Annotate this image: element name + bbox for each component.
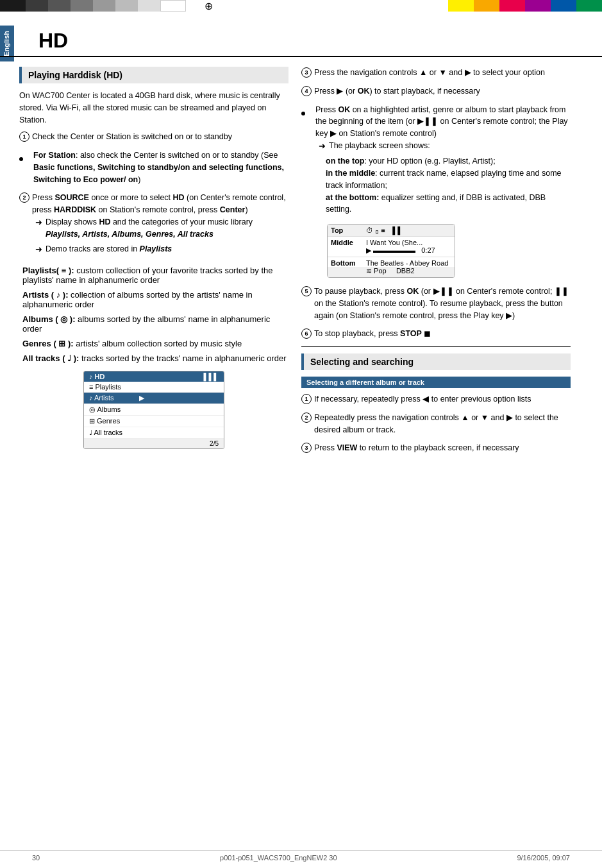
selecting-item-number-1: 1	[301, 394, 312, 404]
playing-hd-header: Playing Harddisk (HD)	[19, 67, 288, 83]
arrow-note: ➜ Display shows HD and the categories of…	[32, 216, 288, 241]
top-label: Top	[331, 226, 366, 234]
hd-artists-row: ♪ Artists ▶	[84, 393, 224, 404]
item-number-3: 3	[301, 67, 312, 78]
bullet-dot	[19, 157, 23, 161]
selecting-header: Selecting and searching	[301, 353, 571, 370]
bottom-eq: ≋ Pop DBB2	[366, 267, 451, 275]
hd-signal: ▌▌▌	[204, 373, 219, 380]
footer-page-number: 30	[32, 854, 40, 862]
page-container: ⊕ English HD Playing Harddisk (HD) On WA…	[0, 0, 602, 868]
item-content-4: Press ▶ (or OK) to start playback, if ne…	[314, 85, 571, 98]
list-item: 6 To stop playback, press STOP ◼	[301, 328, 571, 340]
screen-middle-row: ▶ ▬▬▬▬▬▬ 0:27	[328, 246, 455, 257]
screen-bottom-title: Bottom The Beatles - Abbey Road	[328, 257, 455, 267]
hd-alltracks-row: ♩ All tracks	[84, 427, 224, 439]
hd-albums-row: ◎ Albums	[84, 404, 224, 416]
main-content: Playing Harddisk (HD) On WAC700 Center i…	[0, 67, 602, 461]
left-column: Playing Harddisk (HD) On WAC700 Center i…	[19, 67, 288, 461]
arrow-symbol: ➜	[35, 243, 46, 256]
arrow-symbol: ➜	[35, 216, 46, 229]
selecting-item-content-2: Repeatedly press the navigation controls…	[314, 412, 571, 436]
selecting-item-number-3: 3	[301, 443, 312, 453]
top-content: ⏱ ◻ ▦ ▌▌	[366, 226, 451, 234]
item-content-3: Press the navigation controls ▲ or ▼ and…	[314, 67, 571, 79]
page-footer: 30 p001-p051_WACS700_EngNEW2 30 9/16/200…	[0, 850, 602, 862]
item-number-5: 5	[301, 286, 312, 296]
item-content-2: Press SOURCE once or more to select HD (…	[32, 192, 288, 259]
screen-bottom-row: ≋ Pop DBB2	[328, 267, 455, 277]
selecting-item-number-2: 2	[301, 413, 312, 423]
playback-info: on the top: your HD option (e.g. Playlis…	[326, 155, 571, 216]
hd-screen-footer: 2/5	[84, 439, 224, 448]
bottom-label: Bottom	[331, 259, 366, 267]
bottom-track-name: The Beatles - Abbey Road	[366, 259, 451, 267]
hd-playlists-row: ≡ Playlists	[84, 382, 224, 393]
item-number-4: 4	[301, 86, 312, 96]
top-color-bar: ⊕	[0, 0, 602, 12]
page-title: HD	[38, 29, 564, 53]
screen-middle-title: Middle I Want You (She...	[328, 237, 455, 246]
playback-screen-mockup: Top ⏱ ◻ ▦ ▌▌ Middle I Want You (She... ▶…	[327, 224, 455, 278]
list-item: 2 Repeatedly press the navigation contro…	[301, 412, 571, 436]
artists-desc: Artists ( ♪ ): collection of albums sort…	[22, 290, 288, 309]
selecting-item-content-3: Press VIEW to return to the playback scr…	[314, 442, 571, 454]
list-item: 4 Press ▶ (or OK) to start playback, if …	[301, 85, 571, 98]
arrow-note: ➜ Demo tracks are stored in Playlists	[32, 243, 288, 256]
item-number-2: 2	[19, 192, 29, 203]
middle-playbar: ▶ ▬▬▬▬▬▬ 0:27	[366, 246, 451, 255]
genres-desc: Genres ( ⊞ ): artists' album collection …	[22, 339, 288, 348]
item-number-6: 6	[301, 328, 312, 339]
list-item: 3 Press VIEW to return to the playback s…	[301, 442, 571, 454]
list-item: 2 Press SOURCE once or more to select HD…	[19, 192, 288, 259]
middle-track: I Want You (She...	[366, 239, 451, 246]
hd-genres-row: ⊞ Genres	[84, 416, 224, 427]
list-item: For Station: also check the Center is sw…	[19, 149, 288, 185]
middle-label: Middle	[331, 239, 366, 246]
list-item: Press OK on a highlighted artist, genre …	[301, 104, 571, 218]
intro-text: On WAC700 Center is located a 40GB hard …	[19, 90, 288, 126]
hd-screen-mockup: ♪ HD ▌▌▌ ≡ Playlists ♪ Artists ▶ ◎ Album…	[83, 371, 224, 449]
footer-date: 9/16/2005, 09:07	[517, 854, 570, 862]
arrow-symbol: ➜	[319, 140, 329, 153]
item-content-1: Check the Center or Station is switched …	[32, 131, 288, 143]
hd-title-left: ♪ HD	[89, 373, 105, 380]
list-item: 5 To pause playback, press OK (or ▶❚❚ on…	[301, 285, 571, 321]
list-item: 3 Press the navigation controls ▲ or ▼ a…	[301, 67, 571, 79]
page-header: HD	[0, 13, 602, 57]
bullet-dot	[301, 112, 305, 115]
arrow-note: ➜ The playback screen shows:	[315, 140, 571, 153]
hd-screen-title: ♪ HD ▌▌▌	[84, 371, 224, 382]
item-content-6: To stop playback, press STOP ◼	[314, 328, 571, 340]
playlists-desc: Playlists( ≡ ): custom collection of you…	[22, 266, 288, 285]
item-content-ok: Press OK on a highlighted artist, genre …	[315, 104, 571, 218]
section-divider	[301, 346, 571, 347]
list-item: 1 Check the Center or Station is switche…	[19, 131, 288, 143]
alltracks-desc: All tracks ( ♩ ): tracks sorted by the t…	[22, 353, 288, 363]
item-number-1: 1	[19, 132, 29, 142]
subsection-header: Selecting a different album or track	[301, 377, 571, 388]
item-content-5: To pause playback, press OK (or ▶❚❚ on C…	[314, 285, 571, 321]
list-item: 1 If necessary, repeatedly press ◀ to en…	[301, 393, 571, 405]
footer-filename: p001-p051_WACS700_EngNEW2 30	[220, 854, 337, 862]
right-column: 3 Press the navigation controls ▲ or ▼ a…	[301, 67, 571, 461]
item-content-station: For Station: also check the Center is sw…	[33, 149, 288, 185]
albums-desc: Albums ( ◎ ): albums sorted by the album…	[22, 314, 288, 334]
screen-top-row: Top ⏱ ◻ ▦ ▌▌	[328, 225, 455, 237]
selecting-item-content-1: If necessary, repeatedly press ◀ to ente…	[314, 393, 571, 405]
